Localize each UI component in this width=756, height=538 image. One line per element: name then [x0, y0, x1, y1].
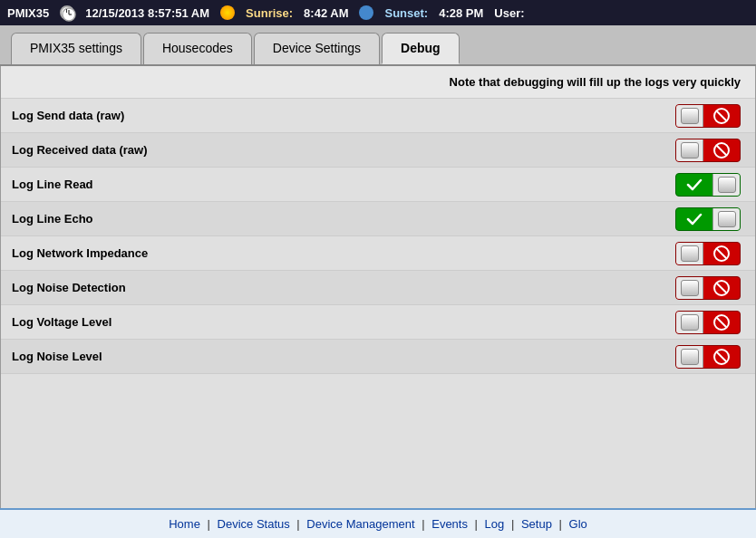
user-label: User: — [494, 6, 524, 20]
toggle-icon — [703, 245, 740, 262]
footer-log-link[interactable]: Log — [485, 517, 505, 531]
toggle-log-received-data[interactable] — [675, 139, 741, 162]
log-row-log-network-impedance: Log Network Impedance — [1, 236, 755, 271]
knob-shape — [681, 280, 699, 296]
log-label-log-noise-detection: Log Noise Detection — [1, 281, 675, 294]
toggle-log-noise-level[interactable] — [675, 345, 741, 369]
log-row-log-line-echo: Log Line Echo — [1, 202, 755, 236]
toggle-knob — [676, 276, 703, 300]
log-row-log-line-read: Log Line Read — [1, 168, 755, 202]
clock-icon — [60, 5, 74, 20]
toggle-knob — [676, 345, 703, 369]
sunset-time: 4:28 PM — [439, 6, 483, 20]
toggle-log-voltage-level[interactable] — [675, 311, 741, 334]
tab-housecodes[interactable]: Housecodes — [143, 33, 252, 64]
datetime: 12/15/2013 8:57:51 AM — [85, 6, 209, 20]
knob-shape — [681, 108, 699, 124]
header-bar: PMIX35 12/15/2013 8:57:51 AM Sunrise: 8:… — [0, 0, 756, 25]
note-text: Note that debugging will fill up the log… — [450, 75, 741, 89]
footer-events-link[interactable]: Events — [431, 517, 468, 531]
main-body: PMIX35 settings Housecodes Device Settin… — [0, 25, 756, 538]
tab-bar: PMIX35 settings Housecodes Device Settin… — [0, 25, 756, 66]
toggle-icon — [703, 108, 740, 124]
toggle-icon — [703, 349, 740, 365]
knob-shape — [681, 245, 699, 262]
toggle-icon — [676, 211, 712, 227]
toggle-knob — [712, 207, 740, 231]
log-rows-container: Log Send data (raw) Log Received data (r… — [1, 99, 755, 374]
svg-line-6 — [717, 145, 727, 155]
toggle-off-log-voltage-level[interactable] — [675, 311, 741, 334]
log-row-log-noise-level: Log Noise Level — [1, 340, 755, 374]
knob-shape — [718, 211, 736, 227]
log-row-log-noise-detection: Log Noise Detection — [1, 271, 755, 305]
svg-line-4 — [717, 110, 727, 120]
toggle-off-log-network-impedance[interactable] — [675, 242, 741, 265]
log-row-log-received-data: Log Received data (raw) — [1, 133, 755, 168]
footer-device-management-link[interactable]: Device Management — [306, 517, 414, 531]
sunrise-time: 8:42 AM — [304, 6, 348, 20]
toggle-log-network-impedance[interactable] — [675, 242, 741, 265]
log-label-log-send-data: Log Send data (raw) — [1, 109, 675, 122]
toggle-knob — [676, 311, 703, 334]
toggle-knob — [676, 242, 703, 265]
toggle-log-line-read[interactable] — [675, 173, 741, 197]
toggle-off-log-noise-level[interactable] — [675, 345, 741, 369]
knob-shape — [681, 142, 699, 159]
log-row-log-send-data: Log Send data (raw) — [1, 99, 755, 133]
toggle-icon — [703, 314, 740, 331]
svg-line-14 — [717, 351, 727, 361]
tab-device-settings[interactable]: Device Settings — [254, 33, 380, 64]
knob-shape — [681, 314, 699, 331]
toggle-icon — [703, 142, 740, 159]
log-label-log-received-data: Log Received data (raw) — [1, 143, 675, 157]
log-label-log-network-impedance: Log Network Impedance — [1, 246, 675, 260]
device-name: PMIX35 — [7, 6, 49, 20]
note-bar: Note that debugging will fill up the log… — [1, 66, 755, 99]
toggle-log-send-data[interactable] — [675, 104, 741, 128]
content-area: Note that debugging will fill up the log… — [0, 66, 756, 538]
sunset-label: Sunset: — [384, 6, 428, 20]
knob-shape — [681, 349, 699, 365]
footer-setup-link[interactable]: Setup — [521, 517, 552, 531]
footer-nav: Home | Device Status | Device Management… — [0, 508, 756, 538]
toggle-off-log-noise-detection[interactable] — [675, 276, 741, 300]
toggle-knob — [676, 104, 703, 128]
tab-section: PMIX35 settings Housecodes Device Settin… — [0, 25, 756, 538]
log-label-log-line-echo: Log Line Echo — [1, 212, 675, 226]
toggle-knob — [676, 139, 703, 162]
tab-debug[interactable]: Debug — [382, 33, 460, 64]
log-row-log-voltage-level: Log Voltage Level — [1, 305, 755, 340]
sunrise-label: Sunrise: — [246, 6, 293, 20]
toggle-icon — [703, 280, 740, 296]
log-label-log-line-read: Log Line Read — [1, 178, 675, 191]
toggle-icon — [676, 177, 712, 193]
toggle-on-log-line-read[interactable] — [675, 173, 741, 197]
svg-line-10 — [717, 283, 727, 293]
footer-device-status-link[interactable]: Device Status — [218, 517, 290, 531]
toggle-knob — [712, 173, 740, 197]
toggle-on-log-line-echo[interactable] — [675, 207, 741, 231]
toggle-log-line-echo[interactable] — [675, 207, 741, 231]
toggle-log-noise-detection[interactable] — [675, 276, 741, 300]
svg-line-8 — [717, 248, 727, 258]
toggle-off-log-received-data[interactable] — [675, 139, 741, 162]
knob-shape — [718, 177, 736, 193]
sunset-icon — [359, 5, 373, 20]
sunrise-icon — [220, 5, 235, 20]
tab-pmix35-settings[interactable]: PMIX35 settings — [11, 33, 141, 64]
footer-home-link[interactable]: Home — [169, 517, 200, 531]
log-label-log-noise-level: Log Noise Level — [1, 350, 675, 363]
footer-glo-link[interactable]: Glo — [569, 517, 587, 531]
svg-line-12 — [717, 317, 727, 327]
log-label-log-voltage-level: Log Voltage Level — [1, 315, 675, 329]
toggle-off-log-send-data[interactable] — [675, 104, 741, 128]
